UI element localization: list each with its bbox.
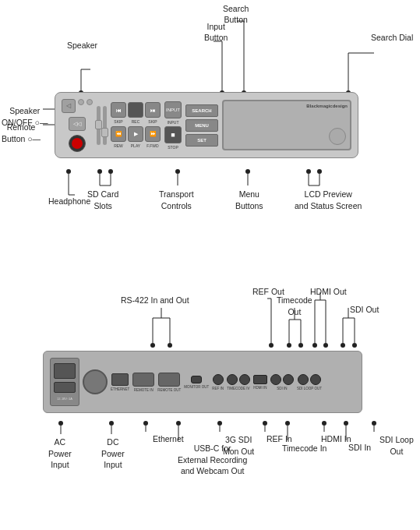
- lcd-screen: Blackmagicdesign: [222, 100, 351, 150]
- timecode-in-port: [227, 374, 238, 385]
- record-button[interactable]: [128, 102, 143, 118]
- indicator-dot2: [86, 99, 93, 105]
- skip-fwd-button[interactable]: ⏭: [145, 102, 161, 118]
- ref-in-port: [213, 374, 224, 385]
- sdi-out-port: [283, 374, 294, 385]
- rs422-group: REMOTE IN: [132, 373, 154, 392]
- sdi-loop-group: SDI LOOP OUT: [297, 374, 322, 390]
- rew-label: REW: [111, 143, 126, 148]
- rs422-out-label: REMOTE OUT: [157, 388, 181, 392]
- sdi-loop-ports: [298, 374, 321, 385]
- menu-buttons-label: MenuButtons: [235, 189, 263, 211]
- svg-point-59: [341, 343, 345, 348]
- search-dial-label: Search Dial: [371, 33, 413, 44]
- play-button[interactable]: ▶: [128, 126, 143, 142]
- sdi-in-ann-label: SDI In: [348, 443, 371, 454]
- transport-buttons-row2: ⏪ ▶ ⏩: [111, 126, 161, 142]
- svg-point-35: [150, 343, 155, 348]
- sdi-loop-ann-label: SDI LoopOut: [379, 434, 414, 457]
- slider-2[interactable]: [103, 106, 107, 145]
- skip-back-button[interactable]: ⏮: [111, 102, 126, 118]
- rec-label: REC: [128, 119, 143, 124]
- ethernet-group: ETHERNET: [111, 373, 129, 391]
- input-button-annotation: InputButton: [204, 22, 228, 43]
- 3gsdi-label: 3G SDIMon Out: [223, 434, 254, 457]
- svg-point-74: [217, 421, 222, 426]
- svg-point-16: [66, 169, 71, 174]
- ethernet-label: ETHERNET: [111, 387, 129, 391]
- svg-point-27: [245, 169, 250, 174]
- svg-point-25: [175, 169, 180, 174]
- svg-point-19: [97, 169, 102, 174]
- transport-section: ⏮ ⏭ SKIP REC SKIP ⏪ ▶ ⏩ REW PLAY F.: [111, 102, 161, 148]
- xlr-connector: [83, 369, 108, 394]
- svg-point-82: [344, 421, 348, 426]
- svg-point-60: [352, 343, 357, 348]
- search-button[interactable]: SEARCH: [185, 104, 218, 117]
- transport-labels-row2: REW PLAY F.FWD: [111, 143, 161, 148]
- svg-point-29: [306, 169, 311, 174]
- timecode-ports: [227, 374, 250, 385]
- brand-text: Blackmagicdesign: [306, 104, 348, 108]
- sdi-in-ports: [270, 374, 294, 385]
- scroll-dial[interactable]: [329, 128, 346, 145]
- rs422-in-label: REMOTE IN: [134, 388, 154, 392]
- ac-socket: [54, 363, 76, 379]
- hdmi-in-label: HDMI In: [321, 434, 351, 445]
- rew-button[interactable]: ◁◁: [69, 117, 86, 131]
- svg-point-53: [323, 343, 328, 348]
- sdi-loop-label: SDI LOOP OUT: [297, 387, 322, 390]
- power-block: 12-18V⎓1A: [50, 358, 79, 406]
- stop-label: STOP: [168, 145, 178, 150]
- hdmi-group: HDMI IN: [253, 375, 267, 390]
- ffwd-label: F.FWD: [145, 143, 161, 148]
- svg-point-70: [143, 421, 148, 426]
- timecode-in-label: Timecode In: [282, 443, 326, 454]
- ref-in-label: REF IN: [212, 387, 224, 390]
- ethernet-port: [111, 373, 129, 386]
- stop-button[interactable]: ■: [164, 126, 182, 143]
- timecode-out-label: TimecodeOut: [277, 295, 312, 317]
- usbc-port: [191, 376, 202, 383]
- top-device: ◁ ◁◁ ⏮ ⏭: [55, 92, 358, 158]
- transport-buttons-row1: ⏮ ⏭: [111, 102, 161, 118]
- timecode-group: TIMECODE IV: [227, 374, 250, 390]
- input-button[interactable]: INPUT: [164, 101, 182, 118]
- svg-point-76: [263, 421, 267, 426]
- bottom-device-inner: 12-18V⎓1A ETHERNET REMOTE IN REMOTE OUT: [50, 355, 355, 408]
- svg-point-36: [168, 343, 172, 348]
- skip-back-label: SKIP: [111, 119, 126, 124]
- rewind-button[interactable]: ⏪: [111, 126, 126, 142]
- diagram: ◁ ◁◁ ⏮ ⏭: [0, 0, 420, 530]
- svg-point-80: [322, 421, 326, 426]
- play-label: PLAY: [128, 143, 143, 148]
- sd-card-label: SD CardSlots: [87, 189, 118, 211]
- set-button[interactable]: SET: [185, 134, 218, 147]
- sliders-area: [97, 102, 107, 149]
- hdmi-label: HDMI IN: [253, 386, 266, 390]
- svg-point-20: [108, 169, 113, 174]
- bottom-device: 12-18V⎓1A ETHERNET REMOTE IN REMOTE OUT: [43, 351, 362, 413]
- svg-point-84: [372, 421, 376, 426]
- rec-button[interactable]: [69, 135, 86, 152]
- sdi-in-group: SDI IN: [270, 374, 294, 390]
- indicator-dot1: [78, 99, 84, 105]
- timecode-iv-label: TIMECODE IV: [227, 387, 249, 390]
- left-controls: ◁ ◁◁: [62, 99, 93, 152]
- lcd-label: LCD Previewand Status Screen: [295, 189, 362, 211]
- dc-power-label: DCPowerInput: [101, 436, 125, 471]
- sdi-loop-port1: [298, 374, 309, 385]
- transport-controls-label: TransportControls: [159, 189, 194, 211]
- transport-labels-row1: SKIP REC SKIP: [111, 119, 161, 124]
- slider-1[interactable]: [97, 106, 101, 145]
- hdmi-port: [253, 375, 267, 384]
- speaker-button[interactable]: ◁: [62, 99, 76, 113]
- menu-button[interactable]: MENU: [185, 119, 218, 132]
- timecode-out-port: [239, 374, 250, 385]
- ref-in-group: REF IN: [212, 374, 224, 390]
- ffwd-button[interactable]: ⏩: [145, 126, 161, 142]
- sdi-in-port: [270, 374, 281, 385]
- svg-point-66: [58, 421, 63, 426]
- headphone-label: Headphone: [48, 196, 90, 207]
- ac-power-label: ACPowerInput: [48, 436, 72, 471]
